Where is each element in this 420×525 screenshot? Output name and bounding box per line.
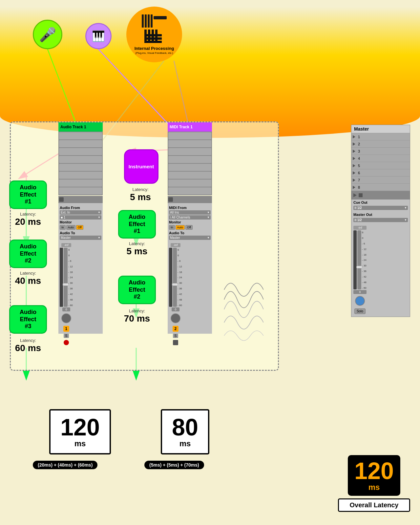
master-meter-fader: 6 0 - 6 - 12 - 18 - 24 - 30 - 36 - 42 - … bbox=[353, 230, 367, 289]
audio-track-label: Audio Track 1 bbox=[60, 125, 86, 129]
audio-effect-1-latency-value: 20 ms bbox=[15, 217, 41, 227]
audio-clip-slots bbox=[58, 132, 103, 195]
master-out-select[interactable]: ⁞⁞ 1/2 ▼ bbox=[353, 218, 408, 222]
midi-track-number[interactable]: 2 bbox=[173, 326, 179, 332]
scene-play-8[interactable] bbox=[353, 186, 356, 189]
audio-stop-btn[interactable] bbox=[59, 197, 64, 202]
audio-track-number[interactable]: 1 bbox=[63, 326, 70, 332]
scene-row-6[interactable]: 6 bbox=[351, 169, 410, 177]
audio-solo-btn[interactable]: S bbox=[64, 334, 69, 338]
scene-row-7[interactable]: 7 bbox=[351, 177, 410, 184]
audio-to-label: Audio To bbox=[60, 231, 101, 235]
audio-clip-slot-8[interactable] bbox=[59, 187, 102, 195]
audio-monitor-in-btn[interactable]: In bbox=[60, 225, 66, 230]
audio-monitor-auto-btn[interactable]: Auto bbox=[66, 225, 76, 230]
midi-effect-1: AudioEffect#1 bbox=[118, 210, 156, 239]
master-vol-value: 0 bbox=[353, 290, 367, 294]
audio-to-arrow: ▼ bbox=[98, 236, 100, 239]
waveform-area bbox=[221, 257, 263, 355]
audio-monitor-off-btn[interactable]: Off bbox=[76, 225, 83, 230]
audio-clip-slot-5[interactable] bbox=[59, 164, 102, 171]
audio-rec-btn[interactable] bbox=[64, 340, 69, 345]
midi-fader-track[interactable] bbox=[173, 248, 177, 307]
midi-to-select[interactable]: Master ▼ bbox=[169, 236, 211, 240]
scene-play-2[interactable] bbox=[353, 142, 356, 146]
midi-effect-1-latency-value: 5 ms bbox=[127, 246, 148, 256]
midi-clip-slot-3[interactable] bbox=[168, 148, 211, 155]
scene-row-4[interactable]: 4 bbox=[351, 155, 410, 162]
audio-track-controls: Audio From Ext. In ▼ ■ 1 ▼ Monitor In Au… bbox=[58, 203, 103, 242]
midi-pan-knob[interactable] bbox=[171, 313, 180, 323]
midi-vol-value: 0 bbox=[172, 307, 179, 311]
midi-from-select[interactable]: All Ins ▼ bbox=[169, 210, 211, 215]
audio-fader-meter: 6 0 - 6 - 12 - 18 - 24 - 30 - 36 - 42 - … bbox=[60, 248, 73, 307]
audio-clip-slot-4[interactable] bbox=[59, 156, 102, 163]
midi-stop-btn[interactable] bbox=[168, 197, 173, 202]
midi-formula-text: (5ms) + (5ms) + (70ms) bbox=[149, 462, 199, 468]
midi-clip-slot-4[interactable] bbox=[168, 156, 211, 163]
overall-latency-section: 120 ms Overall Latency bbox=[338, 455, 410, 512]
scene-row-8[interactable]: 8 bbox=[351, 184, 410, 191]
audio-from-select[interactable]: Ext. In ▼ bbox=[60, 210, 101, 215]
master-out-arrow: ▼ bbox=[404, 219, 407, 221]
midi-clip-slot-7[interactable] bbox=[168, 179, 211, 187]
scene-play-5[interactable] bbox=[353, 164, 356, 167]
audio-track-column: Audio Track 1 Audio From Ext. bbox=[58, 122, 103, 370]
processing-icon bbox=[142, 14, 167, 28]
midi-rec-indicator[interactable] bbox=[173, 340, 178, 345]
audio-fader-track[interactable] bbox=[64, 248, 68, 307]
audio-vol-value: 0 bbox=[62, 307, 70, 311]
midi-fader-handle[interactable] bbox=[172, 283, 178, 286]
scene-row-5[interactable]: 5 bbox=[351, 162, 410, 169]
audio-clip-slot-7[interactable] bbox=[59, 179, 102, 187]
audio-clip-slot-1[interactable] bbox=[59, 132, 102, 139]
master-pan-knob[interactable] bbox=[355, 296, 365, 306]
master-fader-track[interactable] bbox=[357, 230, 361, 289]
midi-solo-btn[interactable]: S bbox=[173, 334, 178, 338]
scene-play-7[interactable] bbox=[353, 178, 356, 182]
scene-play-3[interactable] bbox=[353, 150, 356, 153]
midi-clip-slot-2[interactable] bbox=[168, 140, 211, 147]
scene-play-1[interactable] bbox=[353, 135, 356, 138]
scene-row-1[interactable]: 1 bbox=[351, 133, 410, 140]
svg-rect-20 bbox=[144, 37, 162, 40]
midi-monitor-off-btn[interactable]: Off bbox=[185, 225, 193, 230]
midi-monitor-buttons: In Auto Off bbox=[169, 225, 211, 230]
midi-clip-slot-5[interactable] bbox=[168, 164, 211, 171]
master-solo-btn[interactable]: Solo bbox=[354, 308, 366, 314]
audio-fader-handle[interactable] bbox=[63, 283, 69, 286]
midi-track-controls: MIDI From All Ins ▼ ⁞ All Channels ▼ Mon… bbox=[168, 203, 212, 242]
midi-effect-2: AudioEffect#2 bbox=[118, 276, 156, 304]
master-launch-row bbox=[351, 191, 410, 200]
audio-clip-slot-6[interactable] bbox=[59, 172, 102, 179]
midi-clip-slot-6[interactable] bbox=[168, 172, 211, 179]
midi-clip-slot-1[interactable] bbox=[168, 132, 211, 139]
midi-effect-1-label: AudioEffect#1 bbox=[129, 214, 145, 235]
master-fader-section: -Inf 6 0 - 6 - 12 - 18 - 24 bbox=[351, 224, 410, 317]
master-fader-handle[interactable] bbox=[356, 266, 362, 268]
overall-latency-ms: ms bbox=[354, 483, 394, 492]
master-stop-scene[interactable] bbox=[359, 193, 363, 197]
midi-channel-select[interactable]: ⁞ All Channels ▼ bbox=[169, 215, 211, 220]
audio-to-select[interactable]: Master ▼ bbox=[60, 236, 101, 240]
audio-total-latency-value: 120 bbox=[60, 415, 100, 439]
midi-clip-slot-8[interactable] bbox=[168, 187, 211, 195]
master-play-scene[interactable] bbox=[353, 193, 357, 197]
cue-out-select[interactable]: ⁞⁞ 1/2 ▼ bbox=[353, 206, 408, 210]
scene-row-3[interactable]: 3 bbox=[351, 148, 410, 155]
midi-circle: 🎹 bbox=[85, 23, 112, 49]
scene-row-2[interactable]: 2 bbox=[351, 140, 410, 148]
audio-effect-3-latency: Latency: 60 ms bbox=[9, 338, 47, 353]
midi-monitor-in-btn[interactable]: In bbox=[169, 225, 175, 230]
audio-clip-slot-2[interactable] bbox=[59, 140, 102, 147]
scene-play-6[interactable] bbox=[353, 171, 356, 175]
master-header: Master bbox=[351, 125, 410, 133]
instrument-label: Instrument bbox=[129, 164, 154, 169]
audio-pan-knob[interactable] bbox=[61, 313, 71, 323]
audio-channel-select[interactable]: ■ 1 ▼ bbox=[60, 215, 101, 220]
midi-monitor-auto-btn[interactable]: Auto bbox=[176, 225, 185, 230]
cue-out-label: Cue Out bbox=[353, 200, 408, 204]
scene-play-4[interactable] bbox=[353, 157, 356, 160]
audio-clip-slot-3[interactable] bbox=[59, 148, 102, 155]
mic-circle: 🎤 bbox=[33, 20, 62, 49]
